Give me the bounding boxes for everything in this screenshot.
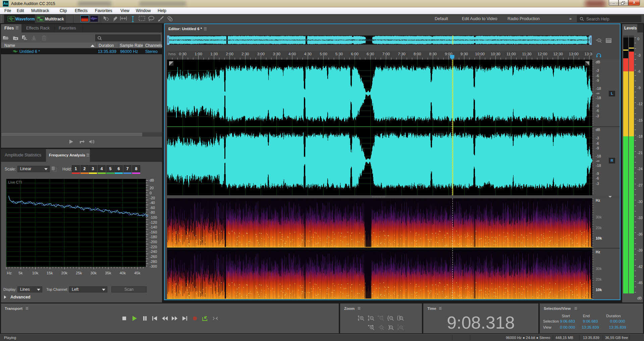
svg-text:13:00: 13:00 xyxy=(569,52,579,56)
svg-text:10:30: 10:30 xyxy=(491,52,500,56)
svg-text:0: 0 xyxy=(150,191,152,195)
svg-text:45k: 45k xyxy=(134,271,141,275)
svg-text:10k: 10k xyxy=(32,271,39,275)
svg-text:Hz: Hz xyxy=(7,271,12,275)
svg-text:1:00: 1:00 xyxy=(195,52,202,56)
svg-text:-220: -220 xyxy=(150,245,157,249)
svg-text:15k: 15k xyxy=(47,271,53,275)
svg-text:13:30: 13:30 xyxy=(585,52,592,56)
svg-text:-20: -20 xyxy=(150,196,155,200)
svg-text:25k: 25k xyxy=(76,271,82,275)
svg-text:1:30: 1:30 xyxy=(210,52,218,56)
svg-text:7:00: 7:00 xyxy=(382,52,390,56)
svg-text:11:30: 11:30 xyxy=(522,52,532,56)
svg-text:-180: -180 xyxy=(150,235,157,239)
svg-text:8:00: 8:00 xyxy=(414,52,421,56)
svg-text:5:30: 5:30 xyxy=(335,52,343,56)
svg-text:0:30: 0:30 xyxy=(179,52,186,56)
svg-text:6:30: 6:30 xyxy=(367,52,374,56)
svg-text:12:00: 12:00 xyxy=(538,52,547,56)
svg-text:3:00: 3:00 xyxy=(257,52,265,56)
svg-text:-140: -140 xyxy=(150,225,157,229)
svg-text:-280: -280 xyxy=(150,260,157,264)
svg-text:20k: 20k xyxy=(61,271,68,275)
svg-text:-240: -240 xyxy=(150,250,157,254)
svg-text:5:00: 5:00 xyxy=(320,52,327,56)
svg-text:10:00: 10:00 xyxy=(475,52,485,56)
svg-text:-60: -60 xyxy=(150,206,155,210)
svg-text:-300: -300 xyxy=(150,264,157,268)
svg-text:35k: 35k xyxy=(105,271,111,275)
svg-text:hms: hms xyxy=(168,52,176,56)
svg-text:-200: -200 xyxy=(150,240,157,244)
svg-text:6:00: 6:00 xyxy=(351,52,359,56)
svg-text:-100: -100 xyxy=(150,215,157,219)
svg-text:4:30: 4:30 xyxy=(304,52,312,56)
svg-text:12:30: 12:30 xyxy=(553,52,563,56)
svg-text:7:30: 7:30 xyxy=(398,52,405,56)
svg-text:-120: -120 xyxy=(150,220,157,224)
svg-text:3:30: 3:30 xyxy=(273,52,280,56)
svg-text:11:00: 11:00 xyxy=(506,52,516,56)
svg-text:8:30: 8:30 xyxy=(429,52,437,56)
svg-text:40k: 40k xyxy=(119,271,126,275)
svg-text:30k: 30k xyxy=(91,271,97,275)
svg-text:Live CTI: Live CTI xyxy=(8,180,22,184)
svg-text:-160: -160 xyxy=(150,230,157,234)
svg-text:2:30: 2:30 xyxy=(241,52,249,56)
svg-text:-40: -40 xyxy=(150,201,155,205)
svg-text:9:30: 9:30 xyxy=(461,52,468,56)
svg-text:dB: dB xyxy=(150,178,154,182)
svg-text:-260: -260 xyxy=(150,255,157,259)
svg-text:4:00: 4:00 xyxy=(288,52,296,56)
svg-text:5k: 5k xyxy=(18,271,22,275)
svg-text:2:00: 2:00 xyxy=(226,52,233,56)
svg-text:-80: -80 xyxy=(150,210,155,214)
svg-text:20: 20 xyxy=(150,186,154,190)
